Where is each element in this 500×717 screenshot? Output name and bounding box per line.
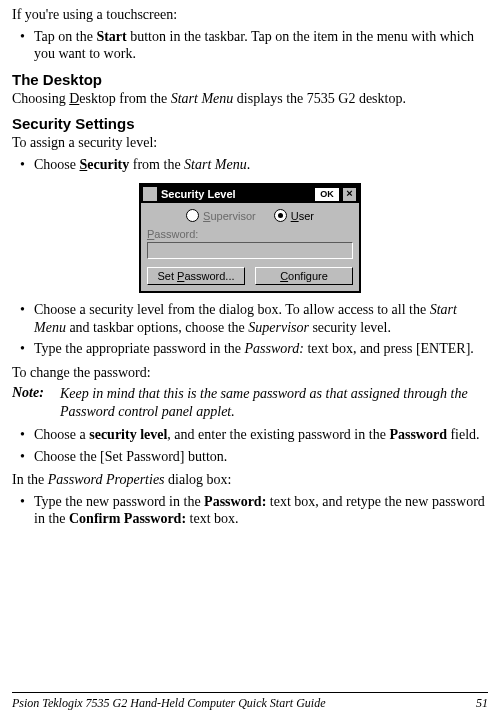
text: field. (447, 427, 480, 442)
text: Choose (34, 157, 80, 172)
text: , and enter the existing password in the (167, 427, 389, 442)
security-level-dialog: Security Level OK × Supervisor User Pas (139, 183, 361, 293)
text: Set (157, 270, 177, 282)
text: Choosing (12, 91, 69, 106)
ok-button[interactable]: OK (314, 187, 340, 202)
note-text: Keep in mind that this is the same passw… (60, 385, 488, 420)
radio-circle-icon (186, 209, 199, 222)
text: text box, and press [ENTER]. (304, 341, 474, 356)
text: Choose a (34, 427, 89, 442)
text: onfigure (288, 270, 328, 282)
dialog-title: Security Level (161, 188, 314, 200)
assign-intro: To assign a security level: (12, 134, 488, 152)
password-input[interactable] (147, 242, 353, 259)
choose-set-password-bullet: Choose the [Set Password] button. (34, 448, 488, 466)
close-button[interactable]: × (342, 187, 357, 202)
access-u: U (291, 210, 299, 222)
text: Tap on the (34, 29, 96, 44)
type-password-bullet: Type the appropriate password in the Pas… (34, 340, 488, 358)
text: and taskbar options, choose the (66, 320, 248, 335)
choose-security-bullet: Choose Security from the Start Menu. (34, 156, 488, 174)
text: upervisor (210, 210, 255, 222)
supervisor-ref: Supervisor (248, 320, 309, 335)
text: from the (133, 157, 184, 172)
text: ser (299, 210, 314, 222)
security-heading: Security Settings (12, 115, 488, 132)
note-label: Note: (12, 385, 54, 401)
page-footer: Psion Teklogix 7535 G2 Hand-Held Compute… (12, 692, 488, 711)
touchscreen-intro: If you're using a touchscreen: (12, 6, 488, 24)
type-new-password-bullet: Type the new password in the Password: t… (34, 493, 488, 528)
password-bold: Password: (204, 494, 266, 509)
radio-supervisor[interactable]: Supervisor (186, 209, 256, 222)
password-bold: Password (389, 427, 447, 442)
security-level-bold: security level (89, 427, 167, 442)
text: Choose a security level from the dialog … (34, 302, 430, 317)
text: text box. (186, 511, 239, 526)
text: dialog box: (165, 472, 232, 487)
text: Type the appropriate password in the (34, 341, 245, 356)
page-number: 51 (476, 696, 488, 711)
confirm-password-bold: Confirm Password: (69, 511, 186, 526)
configure-button[interactable]: Configure (255, 267, 353, 285)
desktop-heading: The Desktop (12, 71, 488, 88)
password-label: Password: (147, 228, 353, 240)
radio-user[interactable]: User (274, 209, 314, 222)
access-c: C (280, 270, 288, 282)
note-block: Note: Keep in mind that this is the same… (12, 385, 488, 420)
touchscreen-bullet: Tap on the Start button in the taskbar. … (34, 28, 488, 63)
text: assword... (184, 270, 234, 282)
text: . (247, 157, 251, 172)
text: Choose the [Set Password] button. (34, 449, 227, 464)
start-bold: Start (96, 29, 126, 44)
text: Type the new password in the (34, 494, 204, 509)
change-password-intro: To change the password: (12, 364, 488, 382)
text: ecurity (87, 157, 129, 172)
password-properties-ref: Password Properties (48, 472, 165, 487)
text: displays the 7535 G2 desktop. (233, 91, 406, 106)
password-properties-intro: In the Password Properties dialog box: (12, 471, 488, 489)
radio-supervisor-label: Supervisor (203, 210, 256, 222)
choose-level-bullet: Choose a security level from the dialog … (34, 301, 488, 336)
desktop-line: Choosing Desktop from the Start Menu dis… (12, 90, 488, 108)
text: esktop from the (79, 91, 170, 106)
access-d: D (69, 91, 79, 106)
dialog-titlebar: Security Level OK × (141, 185, 359, 203)
security-dialog-figure: Security Level OK × Supervisor User Pas (12, 183, 488, 293)
start-menu-ref: Start Menu (171, 91, 234, 106)
text: In the (12, 472, 48, 487)
start-menu-ref: Start Menu (184, 157, 247, 172)
password-field-ref: Password: (245, 341, 304, 356)
close-icon: × (346, 187, 352, 199)
text: security level. (309, 320, 391, 335)
footer-title: Psion Teklogix 7535 G2 Hand-Held Compute… (12, 696, 326, 711)
radio-circle-icon (274, 209, 287, 222)
choose-level-enter-pw-bullet: Choose a security level, and enter the e… (34, 426, 488, 444)
radio-user-label: User (291, 210, 314, 222)
set-password-button[interactable]: Set Password... (147, 267, 245, 285)
text: assword: (154, 228, 198, 240)
security-menu-item: Security (80, 157, 130, 172)
app-icon (143, 187, 157, 201)
